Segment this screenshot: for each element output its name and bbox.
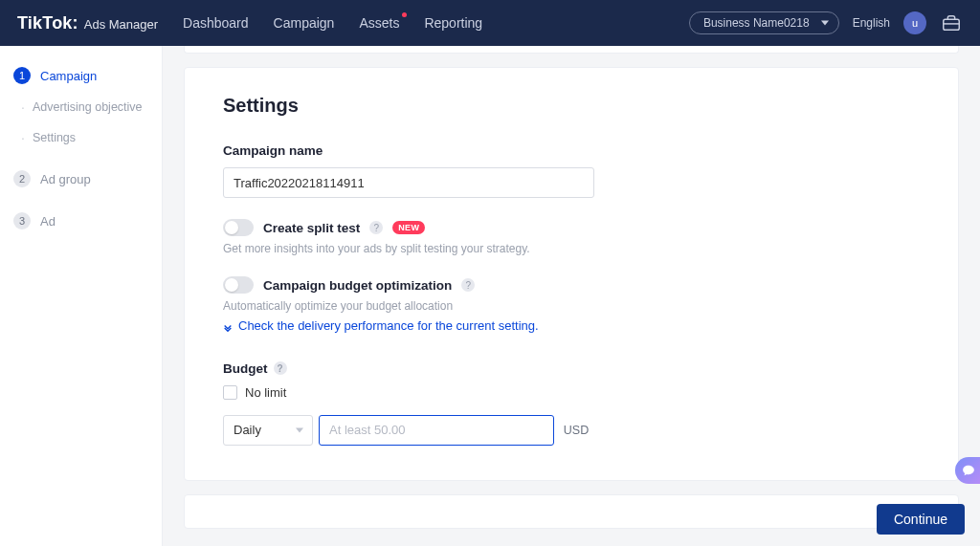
settings-card: Settings Campaign name Create split test… (184, 67, 959, 481)
cbo-label: Campaign budget optimization (263, 278, 452, 293)
step-label: Campaign (40, 69, 97, 83)
business-center-icon[interactable] (940, 12, 963, 33)
currency-label: USD (560, 415, 592, 446)
help-icon[interactable]: ? (461, 278, 475, 292)
cbo-toggle[interactable] (223, 276, 254, 294)
nav-campaign[interactable]: Campaign (274, 15, 335, 31)
top-nav: Dashboard Campaign Assets Reporting (183, 15, 482, 31)
step-number: 2 (13, 170, 31, 187)
split-test-hint: Get more insights into your ads by split… (223, 242, 920, 255)
sidebar-step-ad-group[interactable]: 2 Ad group (0, 163, 162, 195)
chevron-down-icon (223, 321, 233, 331)
budget-interval-select[interactable]: Daily (223, 415, 313, 446)
brand-sub: Ads Manager (84, 17, 158, 32)
sidebar-sub-settings[interactable]: Settings (0, 122, 162, 153)
budget-label: Budget ? (223, 361, 920, 376)
continue-button[interactable]: Continue (877, 504, 965, 535)
cbo-hint: Automatically optimize your budget alloc… (223, 299, 920, 313)
next-card-sliver (184, 494, 959, 529)
brand: TikTok: Ads Manager (17, 13, 158, 33)
split-test-toggle[interactable] (223, 219, 254, 236)
avatar[interactable]: u (903, 11, 926, 34)
svg-rect-0 (944, 19, 960, 30)
campaign-name-label: Campaign name (223, 143, 920, 158)
step-label: Ad (40, 214, 56, 229)
business-selector[interactable]: Business Name0218 (689, 11, 839, 34)
step-number: 1 (13, 67, 31, 84)
top-header: TikTok: Ads Manager Dashboard Campaign A… (0, 0, 980, 46)
sidebar-sub-advertising-objective[interactable]: Advertising objective (0, 92, 162, 122)
campaign-name-input[interactable] (223, 167, 594, 198)
delivery-performance-link[interactable]: Check the delivery performance for the c… (223, 318, 539, 333)
no-limit-checkbox[interactable] (223, 385, 237, 400)
nav-dashboard[interactable]: Dashboard (183, 15, 249, 31)
sidebar-step-ad[interactable]: 3 Ad (0, 205, 162, 237)
split-test-label: Create split test (263, 221, 360, 235)
help-icon[interactable]: ? (369, 221, 383, 234)
help-icon[interactable]: ? (274, 361, 287, 375)
language-selector[interactable]: English (853, 16, 890, 30)
settings-title: Settings (223, 95, 920, 117)
no-limit-label: No limit (245, 385, 286, 400)
brand-name: TikTok: (17, 13, 78, 33)
creation-sidebar: 1 Campaign Advertising objective Setting… (0, 46, 163, 546)
prev-card-sliver (184, 46, 959, 54)
main-area: Settings Campaign name Create split test… (163, 46, 980, 546)
nav-assets[interactable]: Assets (359, 15, 399, 31)
sidebar-step-campaign[interactable]: 1 Campaign (0, 59, 162, 92)
chat-help-bubble[interactable] (955, 457, 980, 484)
step-label: Ad group (40, 172, 91, 186)
nav-reporting[interactable]: Reporting (424, 15, 482, 31)
budget-amount-input[interactable] (319, 415, 554, 446)
step-number: 3 (13, 212, 31, 229)
new-badge: NEW (392, 221, 425, 234)
